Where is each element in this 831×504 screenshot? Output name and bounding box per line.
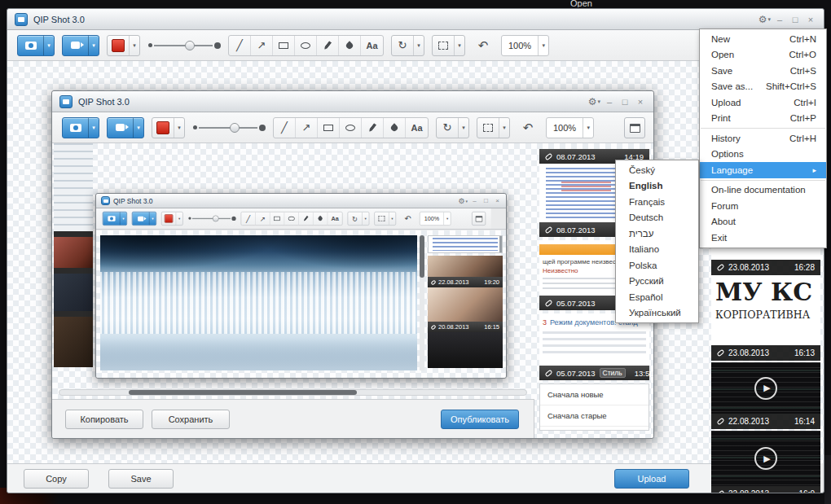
history-date-bar[interactable]: 22.08.2013 16:0 [711,486,820,493]
language-item-italiano[interactable]: Italiano [616,242,698,258]
blur-tool [314,213,328,226]
zoom-control[interactable]: 100% ▾ [501,35,549,56]
language-item-deutsch[interactable]: Deutsch [616,210,698,226]
language-item-ukrainian[interactable]: Український [616,305,698,322]
menu-item-print[interactable]: PrintCtrl+P [700,111,826,127]
rectangle-icon [274,217,280,221]
menu-item-options[interactable]: Options [700,147,826,163]
video-camera-icon [138,216,143,221]
menu-label: Italiano [629,244,659,254]
close-button: × [634,96,647,107]
language-item-cesky[interactable]: Český [616,162,698,178]
copy-button[interactable]: Copy [24,469,89,489]
menu-separator [701,128,825,129]
menu-item-forum[interactable]: Forum [700,198,826,214]
save-button[interactable]: Save [108,469,174,489]
color-button: ▾ [152,117,185,138]
capture-button[interactable]: ▾ [17,35,55,56]
play-icon[interactable]: ▶ [754,377,777,400]
menu-item-exit[interactable]: Exit [700,230,826,246]
history-thumbnail-video[interactable]: ▶ [711,431,820,486]
menu-gear-button: ⚙▾ [458,197,468,205]
zoom-control: 100% ▾ [420,212,451,226]
menu-gear-button[interactable]: ⚙▾ [758,14,771,25]
maximize-button: □ [481,195,490,207]
selection-dropdown: ▾ [389,213,396,226]
history-thumbnail-text[interactable]: МУ КС КОРПОРАТИВНА [711,275,820,345]
record-button: ▾ [107,117,144,138]
upload-button[interactable]: Upload [614,469,689,489]
color-dropdown: ▾ [176,213,183,226]
desktop: Open QIP Shot 3.0 ⚙▾ – □ × ▾ ▾ [0,0,831,504]
calendar-icon [475,216,482,221]
language-item-francais[interactable]: Français [616,194,698,210]
menu-item-documentation[interactable]: On-line documentation [700,182,826,199]
undo-button[interactable]: ↶ [473,35,494,56]
menu-item-open[interactable]: OpenCtrl+O [700,47,826,64]
waterfall-photo [100,235,417,370]
pencil-icon [368,123,377,133]
menu-label: English [629,181,663,191]
style-chip: Стиль [600,368,626,378]
rotate-button[interactable]: ↻ ▾ [391,35,424,56]
menu-item-upload[interactable]: UploadCtrl+I [700,94,826,111]
capture-button-face [18,36,43,55]
record-button[interactable]: ▾ [62,35,99,56]
menu-item-about[interactable]: About [700,214,826,230]
arrow-tool[interactable]: ↗ [251,36,273,55]
text-tool: Aa [328,213,342,226]
color-button: ▾ [161,212,183,226]
language-item-polska[interactable]: Polska [616,257,698,274]
blur-tool [384,118,406,138]
record-dropdown[interactable]: ▾ [88,36,99,55]
language-item-espanol[interactable]: Español [616,289,698,305]
history-date-bar[interactable]: 23.08.2013 16:13 [711,345,820,361]
history-date-bar[interactable]: 23.08.2013 16:28 [711,260,820,275]
droplet-icon [389,123,398,132]
minimize-button[interactable]: – [773,14,786,25]
language-item-english[interactable]: English [616,178,698,195]
color-button[interactable]: ▾ [107,35,140,56]
ellipse-icon [301,42,310,49]
menu-item-language[interactable]: Language▸ [700,162,826,178]
ellipse-tool[interactable] [295,36,317,55]
capture-button: ▾ [103,212,127,226]
app-icon [59,95,73,108]
selection-dropdown[interactable]: ▾ [454,36,464,55]
history-date-bar[interactable]: 22.08.2013 16:14 [711,414,820,429]
link-icon [544,152,552,160]
text-tool[interactable]: Aa [361,36,383,55]
menu-item-history[interactable]: HistoryCtrl+H [700,130,826,147]
camera-icon [25,42,37,50]
thickness-slider[interactable] [147,35,221,56]
history-thumbnail-video[interactable]: ▶ [711,362,820,414]
pencil-tool[interactable] [317,36,339,55]
maximize-button[interactable]: □ [789,14,802,25]
language-item-hebrew[interactable]: עברית [616,226,698,242]
app-icon [101,196,110,205]
zoom-dropdown: ▾ [443,213,451,226]
blur-tool[interactable] [339,36,361,55]
menu-item-new[interactable]: NewCtrl+N [700,31,826,47]
slider-min-dot [148,43,152,47]
menu-item-save[interactable]: SaveCtrl+S [700,63,826,79]
main-title-bar[interactable]: QIP Shot 3.0 ⚙▾ – □ × [7,9,824,30]
menu-item-save-as[interactable]: Save as...Shift+Ctrl+S [700,79,826,95]
selection-button[interactable]: ▾ [432,35,465,56]
rotate-dropdown[interactable]: ▾ [413,36,424,55]
play-icon[interactable]: ▶ [754,447,777,470]
language-item-russian[interactable]: Русский [616,274,698,290]
close-button[interactable]: × [804,14,817,25]
slider-thumb[interactable] [185,41,195,50]
zoom-dropdown[interactable]: ▾ [538,36,548,55]
captured-inner-workspace: 22.08.2013 19:20 20.08.2013 16:15 [96,230,506,378]
capture-dropdown[interactable]: ▾ [43,36,54,55]
menu-label: Save [711,66,732,76]
selection-dropdown: ▾ [499,118,509,138]
color-dropdown[interactable]: ▾ [129,36,139,55]
line-tool[interactable]: ╱ [229,36,251,55]
rectangle-tool[interactable] [273,36,295,55]
capture-button-face [63,118,88,138]
arrow-tool: ↗ [296,118,318,138]
rotate-button: ↻ ▾ [348,212,370,226]
